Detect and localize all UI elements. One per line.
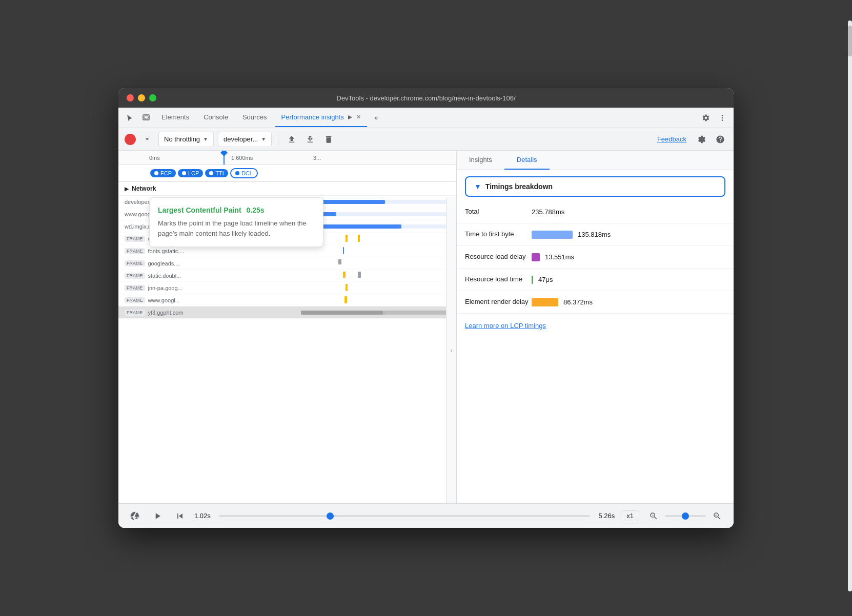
panel-content: ▼ Timings breakdown Total 235.788ms [457,170,734,503]
zoom-slider-thumb[interactable] [682,512,689,520]
delete-btn[interactable] [321,132,336,147]
layers-icon-btn[interactable] [139,111,153,125]
frame-badge: FRAME [125,285,145,291]
timing-row-ttfb: Time to first byte 135.818ms [457,223,734,246]
chip-lcp[interactable]: LCP [178,169,203,177]
ruler-mark-0: 0ms [149,155,160,161]
ruler-mark-end: 3... [313,155,321,161]
timing-value-total: 235.788ms [532,208,564,216]
chip-fcp[interactable]: FCP [150,169,176,177]
cursor-icon-btn[interactable] [123,111,137,125]
left-panel: 0ms 1,600ms 3... FCP [118,151,457,503]
more-tabs-btn[interactable]: » [369,111,383,125]
devtools-body: Elements Console Sources Performance ins… [118,108,734,528]
lcp-diamond [220,151,228,156]
slider-track[interactable] [219,515,591,517]
tabs-bar: Elements Console Sources Performance ins… [118,108,734,128]
tooltip-title: Largest Contentful Paint 0.25s [158,206,315,214]
network-url-8: jnn-pa.goog... [148,285,297,291]
zoom-slider-track[interactable] [665,515,706,517]
timing-row-rld: Resource load delay 13.551ms [457,246,734,269]
throttle-arrow-icon: ▼ [203,136,208,142]
panel-tabs: Insights Details [457,151,734,170]
help-btn[interactable] [713,132,727,147]
bottom-bar: 1.02s 5.26s x1 [118,503,734,528]
network-row[interactable]: FRAME yt3.ggpht.com [118,306,456,319]
playback-slider[interactable] [219,515,591,517]
timeline-ruler: 0ms 1,600ms 3... [118,151,456,165]
tab-details[interactable]: Details [504,151,550,170]
play-btn[interactable] [149,508,166,524]
more-options-icon-btn[interactable] [715,111,729,125]
feedback-button[interactable]: Feedback [657,135,686,143]
timing-row-erd: Element render delay 86.372ms [457,291,734,314]
timing-row-rlt: Resource load time 47μs [457,269,734,291]
timing-row-total: Total 235.788ms [457,201,734,223]
network-panel: ▶ Network developer.chr... [118,182,456,503]
maximize-button[interactable] [149,94,156,101]
timing-bar-erd [532,298,558,306]
frame-badge: FRAME [125,236,145,242]
timing-label-total: Total [465,207,532,216]
playback-speed[interactable]: x1 [621,510,639,521]
waterfall-10 [301,311,450,315]
chip-dot-lcp [182,171,186,175]
chip-dcl[interactable]: DCL [230,168,258,178]
url-arrow-icon: ▼ [261,136,266,142]
tab-elements[interactable]: Elements [155,109,195,127]
timing-label-ttfb: Time to first byte [465,230,532,239]
settings-icon-btn[interactable] [699,111,713,125]
upload-btn[interactable] [285,132,299,147]
skip-to-start-btn[interactable] [172,508,188,524]
tab-sources[interactable]: Sources [236,109,273,127]
learn-more-link[interactable]: Learn more on LCP timings [457,314,734,338]
waterfall-7 [301,272,450,280]
timing-bar-ttfb [532,231,573,239]
network-row[interactable]: FRAME googleads.... [118,257,456,270]
toolbar: No throttling ▼ developer... ▼ Feedback [118,128,734,151]
chip-tti[interactable]: TTI [205,169,228,177]
tab-insights[interactable]: Insights [457,151,504,170]
slider-thumb[interactable] [327,512,334,520]
svg-rect-1 [144,116,148,119]
timing-value-rlt: 47μs [538,276,553,283]
tab-console[interactable]: Console [197,109,234,127]
chip-label-fcp: FCP [160,170,172,176]
timing-bar-area-rlt: 47μs [532,276,725,284]
throttling-dropdown[interactable]: No throttling ▼ [158,132,214,147]
record-button[interactable] [125,134,136,145]
network-expand-icon[interactable]: ▶ [125,186,129,192]
frame-badge: FRAME [125,310,145,316]
chip-label-tti: TTI [215,170,224,176]
main-content: 0ms 1,600ms 3... FCP [118,151,734,503]
download-btn[interactable] [303,132,317,147]
tab-close-icon[interactable]: ✕ [356,114,361,120]
timeline-area: 0ms 1,600ms 3... FCP [118,151,456,182]
minimize-button[interactable] [138,94,145,101]
tooltip-body: Marks the point in the page load timelin… [158,218,315,238]
zoom-controls [645,508,725,524]
waterfall-6 [301,259,450,268]
zoom-out-btn[interactable] [645,508,662,524]
svg-point-3 [722,117,723,118]
frame-badge: FRAME [125,273,145,279]
settings-gear-btn[interactable] [695,132,709,147]
record-dropdown-btn[interactable] [140,132,154,147]
timings-breakdown-header[interactable]: ▼ Timings breakdown [465,176,725,197]
network-row[interactable]: FRAME static.doubl... [118,270,456,282]
panel-divider[interactable]: › [446,197,456,503]
range-end: 5.26s [598,512,615,520]
screenshot-btn[interactable] [127,508,143,524]
timing-bar-rld [532,253,540,261]
url-dropdown[interactable]: developer... ▼ [218,132,272,147]
network-row[interactable]: FRAME jnn-pa.goog... [118,282,456,294]
timing-bar-rlt [532,276,533,284]
devtools-window: DevTools - developer.chrome.com/blog/new… [118,88,734,528]
tab-performance-insights[interactable]: Performance insights ✕ [275,109,367,127]
zoom-in-btn[interactable] [709,508,725,524]
frame-badge: FRAME [125,260,145,266]
close-button[interactable] [127,94,134,101]
timing-value-erd: 86.372ms [563,298,593,306]
lcp-tooltip: Largest Contentful Paint 0.25s Marks the… [149,197,323,247]
network-row[interactable]: FRAME www.googl... [118,294,456,306]
